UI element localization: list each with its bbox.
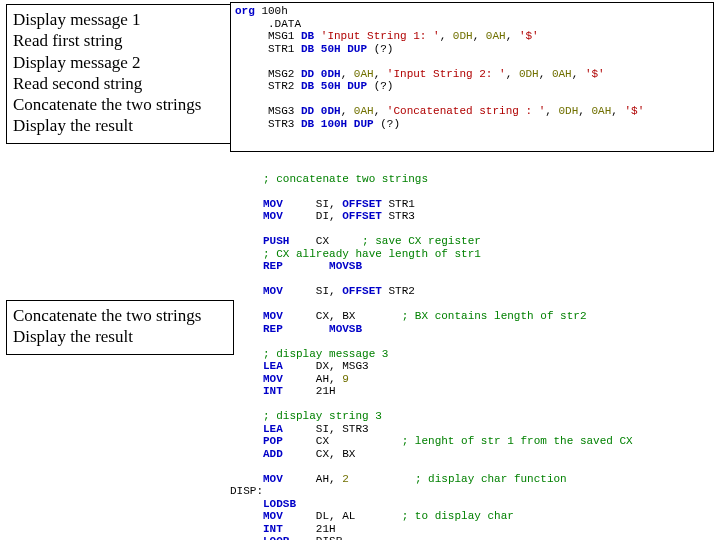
box1-line: Display message 2 (13, 52, 227, 73)
str: 'Concatenated string : ' (387, 105, 545, 117)
kw-pop: POP (263, 435, 283, 447)
code-text: .DATA (235, 18, 301, 30)
kw-int: INT (263, 385, 283, 397)
kw-lea: LEA (263, 423, 283, 435)
code-text: MSG3 (235, 105, 301, 117)
box1-line: Read second string (13, 73, 227, 94)
box2-line: Display the result (13, 326, 227, 347)
str: 'Input String 2: ' (387, 68, 506, 80)
kw-int: INT (263, 523, 283, 535)
comment: ; display string 3 (263, 410, 382, 422)
comment: ; BX contains length of str2 (402, 310, 587, 322)
pseudocode-box-1: Display message 1 Read first string Disp… (6, 4, 234, 144)
kw-dd: DD 0DH (301, 105, 341, 117)
kw-mov: MOV (263, 373, 283, 385)
kw-db-dup: DB 100H DUP (301, 118, 374, 130)
kw-lodsb: LODSB (230, 498, 296, 510)
comment: ; lenght of str 1 from the saved CX (402, 435, 633, 447)
kw-db-dup: DB 50H DUP (301, 80, 367, 92)
num: 0AH (486, 30, 506, 42)
comment: ; concatenate two strings (263, 173, 428, 185)
kw-rep-movsb: REP MOVSB (263, 260, 362, 272)
kw-mov: MOV (263, 510, 283, 522)
code-panel-rest: ; concatenate two strings MOV SI, OFFSET… (230, 160, 714, 540)
comment: ; save CX register (362, 235, 481, 247)
code-text: STR3 (235, 118, 301, 130)
comment: ; CX allready have length of str1 (263, 248, 481, 260)
code-text: 100h (255, 5, 288, 17)
box1-line: Display the result (13, 115, 227, 136)
kw-lea: LEA (263, 360, 283, 372)
code-panel-top: org 100h .DATA MSG1 DB 'Input String 1: … (230, 2, 714, 152)
kw-rep-movsb: REP MOVSB (263, 323, 362, 335)
box1-line: Read first string (13, 30, 227, 51)
kw-db: DB (301, 30, 314, 42)
box1-line: Display message 1 (13, 9, 227, 30)
num: 0DH (453, 30, 473, 42)
str: 'Input String 1: ' (314, 30, 439, 42)
kw-mov: MOV (263, 310, 283, 322)
code-text: STR1 (235, 43, 301, 55)
pseudocode-box-2: Concatenate the two strings Display the … (6, 300, 234, 355)
str: '$' (519, 30, 539, 42)
comment: ; to display char (402, 510, 514, 522)
comment: ; display char function (415, 473, 567, 485)
kw-add: ADD (263, 448, 283, 460)
label-disp: DISP: (230, 485, 263, 497)
code-text: MSG1 (235, 30, 301, 42)
kw-dd: DD 0DH (301, 68, 341, 80)
comment: ; display message 3 (263, 348, 388, 360)
kw-org: org (235, 5, 255, 17)
kw-mov: MOV (263, 210, 283, 222)
kw-mov: MOV (263, 473, 283, 485)
code-text: STR2 (235, 80, 301, 92)
kw-db-dup: DB 50H DUP (301, 43, 367, 55)
kw-mov: MOV (263, 198, 283, 210)
box1-line: Concatenate the two strings (13, 94, 227, 115)
code-text: MSG2 (235, 68, 301, 80)
kw-push: PUSH (263, 235, 289, 247)
kw-mov: MOV (263, 285, 283, 297)
kw-loop: LOOP (263, 535, 289, 540)
box2-line: Concatenate the two strings (13, 305, 227, 326)
